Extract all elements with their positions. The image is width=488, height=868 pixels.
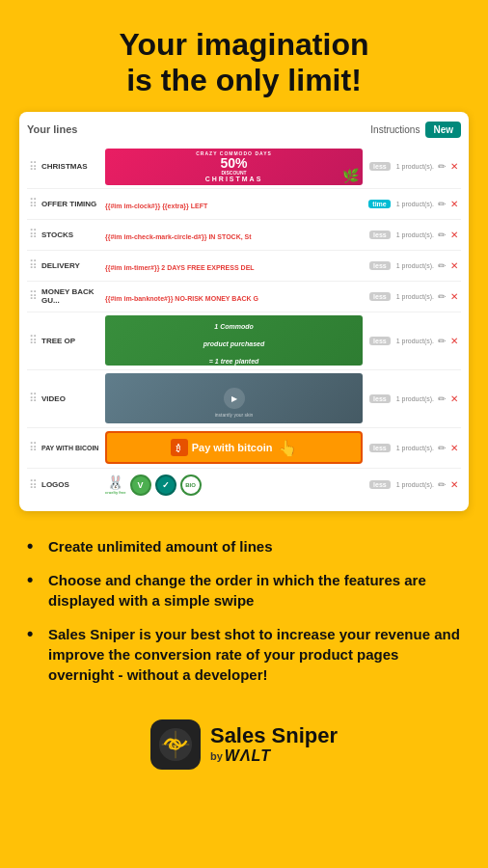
card-header-actions: Instructions New xyxy=(370,122,461,138)
edit-icon[interactable]: ✏ xyxy=(437,229,447,241)
tag-less: less xyxy=(369,337,391,345)
action-icons: ✏ ✕ xyxy=(437,160,459,173)
list-item: • Sales Sniper is your best shot to incr… xyxy=(27,624,461,685)
delete-icon[interactable]: ✕ xyxy=(449,393,459,405)
row-preview: {{#im im-banknote#}} NO-RISK MONEY BACK … xyxy=(105,287,363,305)
delete-icon[interactable]: ✕ xyxy=(449,335,459,347)
bullet-text: Create unlimited amount of lines xyxy=(48,536,273,556)
brand-name: Sales Sniper xyxy=(210,724,338,747)
bitcoin-text: Pay with bitcoin xyxy=(192,442,273,453)
tag-less: less xyxy=(369,444,391,452)
video-banner: ▶ instantly your skin xyxy=(105,373,363,423)
instructions-button[interactable]: Instructions xyxy=(370,124,420,135)
action-icons: ✏ ✕ xyxy=(437,393,459,405)
table-row: ⠿ PAY WITH BICOIN ₿ Pay with bitcoin 👆 l… xyxy=(27,428,461,469)
drag-handle-icon[interactable]: ⠿ xyxy=(29,289,38,303)
delete-icon[interactable]: ✕ xyxy=(449,160,459,173)
drag-handle-icon[interactable]: ⠿ xyxy=(29,258,38,272)
tag-time: time xyxy=(368,200,390,208)
tag-less: less xyxy=(369,292,391,301)
row-preview: FOR EVERY PRODUCT PURCHASED 1 Commodopro… xyxy=(105,315,363,366)
logos-banner: 🐰 cruelty free V ✓ BIO xyxy=(105,472,363,499)
row-preview: {{#im im-check-mark-circle-d#}} IN STOCK… xyxy=(105,226,363,243)
row-name: OFFER TIMING xyxy=(41,200,101,208)
cursor-hand-icon: 👆 xyxy=(278,439,297,457)
table-row: ⠿ LOGOS 🐰 cruelty free V ✓ BIO xyxy=(27,469,461,502)
product-count: 1 product(s). xyxy=(396,338,434,344)
footer: G Sales Sniper by WΛLT xyxy=(0,710,488,789)
drag-handle-icon[interactable]: ⠿ xyxy=(29,478,38,492)
product-count: 1 product(s). xyxy=(396,231,434,238)
footer-brand-text: Sales Sniper by WΛLT xyxy=(210,724,338,765)
tag-less: less xyxy=(369,231,391,239)
card-header: Your lines Instructions New xyxy=(27,122,461,138)
drag-handle-icon[interactable]: ⠿ xyxy=(29,392,38,405)
delete-icon[interactable]: ✕ xyxy=(449,290,459,303)
delete-icon[interactable]: ✕ xyxy=(449,229,459,241)
product-count: 1 product(s). xyxy=(396,445,434,451)
table-row: ⠿ CHRISTMAS CRAZY COMMODO DAYS 50% DISCO… xyxy=(27,146,461,189)
delete-icon[interactable]: ✕ xyxy=(449,259,459,272)
row-name: VIDEO xyxy=(41,394,101,403)
row-name: LOGOS xyxy=(41,480,101,489)
tree-banner-text: 1 Commodoproduct purchased= 1 tree plant… xyxy=(203,323,264,365)
tag-less: less xyxy=(369,394,391,403)
product-count: 1 product(s). xyxy=(396,262,434,269)
drag-handle-icon[interactable]: ⠿ xyxy=(29,441,38,454)
drag-handle-icon[interactable]: ⠿ xyxy=(29,160,38,174)
row-preview: ▶ instantly your skin xyxy=(105,373,363,423)
preview-text: {{#im im-clock#}} {{extra}} LEFT xyxy=(105,203,207,209)
row-preview: CRAZY COMMODO DAYS 50% DISCOUNT CHRISTMA… xyxy=(105,149,363,185)
delete-icon[interactable]: ✕ xyxy=(449,198,459,210)
footer-by-line: by WΛLT xyxy=(210,747,338,765)
action-icons: ✏ ✕ xyxy=(437,478,459,491)
action-icons: ✏ ✕ xyxy=(437,290,459,303)
christmas-discount: 50% xyxy=(221,156,248,170)
edit-icon[interactable]: ✏ xyxy=(437,478,447,491)
tree-banner: FOR EVERY PRODUCT PURCHASED 1 Commodopro… xyxy=(105,315,363,366)
product-count: 1 product(s). xyxy=(396,481,434,488)
table-row: ⠿ STOCKS {{#im im-check-mark-circle-d#}}… xyxy=(27,220,461,251)
drag-handle-icon[interactable]: ⠿ xyxy=(29,228,38,241)
sniper-logo-icon: G xyxy=(157,726,194,763)
edit-icon[interactable]: ✏ xyxy=(437,259,447,272)
list-item: • Create unlimited amount of lines xyxy=(27,536,461,557)
table-row: ⠿ MONEY BACK GU... {{#im im-banknote#}} … xyxy=(27,282,461,312)
bitcoin-banner: ₿ Pay with bitcoin 👆 xyxy=(105,431,363,464)
row-preview: {{#im im-clock#}} {{extra}} LEFT xyxy=(105,195,362,212)
bullet-dot: • xyxy=(27,536,44,557)
row-preview: ₿ Pay with bitcoin 👆 xyxy=(105,431,363,464)
row-name: CHRISTMAS xyxy=(41,162,101,171)
drag-handle-icon[interactable]: ⠿ xyxy=(29,334,38,347)
edit-icon[interactable]: ✏ xyxy=(437,160,447,173)
list-item: • Choose and change the order in which t… xyxy=(27,570,461,610)
edit-icon[interactable]: ✏ xyxy=(437,335,447,347)
preview-text: {{#im im-timer#}} 2 DAYS FREE EXPRESS DE… xyxy=(105,264,255,271)
preview-text: {{#im im-check-mark-circle-d#}} IN STOCK… xyxy=(105,233,252,240)
by-label: by xyxy=(210,750,223,762)
edit-icon[interactable]: ✏ xyxy=(437,393,447,405)
headline: Your imagination is the only limit! xyxy=(0,0,488,112)
table-row: ⠿ OFFER TIMING {{#im im-clock#}} {{extra… xyxy=(27,189,461,220)
tag-less: less xyxy=(369,261,391,270)
edit-icon[interactable]: ✏ xyxy=(437,198,447,210)
table-row: ⠿ VIDEO ▶ instantly your skin less 1 pro… xyxy=(27,370,461,428)
product-count: 1 product(s). xyxy=(396,201,434,207)
action-icons: ✏ ✕ xyxy=(437,335,459,347)
drag-handle-icon[interactable]: ⠿ xyxy=(29,197,38,210)
table-row: ⠿ TREE OP FOR EVERY PRODUCT PURCHASED 1 … xyxy=(27,312,461,370)
delete-icon[interactable]: ✕ xyxy=(449,478,459,491)
new-button[interactable]: New xyxy=(425,122,461,138)
row-name: STOCKS xyxy=(41,231,101,239)
tag-less: less xyxy=(369,480,391,489)
action-icons: ✏ ✕ xyxy=(437,229,459,241)
action-icons: ✏ ✕ xyxy=(437,259,459,272)
christmas-banner: CRAZY COMMODO DAYS 50% DISCOUNT CHRISTMA… xyxy=(105,149,363,185)
headline-line1: Your imagination xyxy=(19,27,469,63)
edit-icon[interactable]: ✏ xyxy=(437,442,447,454)
edit-icon[interactable]: ✏ xyxy=(437,290,447,303)
action-icons: ✏ ✕ xyxy=(437,442,459,454)
preview-text: {{#im im-banknote#}} NO-RISK MONEY BACK … xyxy=(105,295,258,302)
bullet-text: Sales Sniper is your best shot to increa… xyxy=(48,624,461,685)
delete-icon[interactable]: ✕ xyxy=(449,442,459,454)
